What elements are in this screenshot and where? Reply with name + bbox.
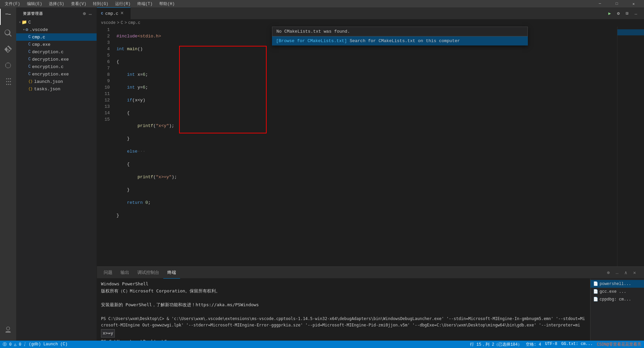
code-editor[interactable]: 1 2 3 4 5 6 7 8 9 10 11 12 13 14 15 #inc… — [97, 27, 644, 266]
breadcrumb-cmpc[interactable]: cmp.c — [128, 21, 140, 25]
activity-search[interactable] — [0, 25, 16, 41]
tree-file-decrexe[interactable]: C decryption.exe — [16, 56, 97, 63]
terminal-gcc-label: gcc.exe ... — [600, 289, 626, 294]
breadcrumb: vscode > C > cmp.c — [97, 19, 644, 27]
tab-debug-console[interactable]: 调试控制台 — [133, 267, 163, 279]
minimize-button[interactable]: ─ — [592, 0, 608, 7]
terminal-entry-cppdbg[interactable]: 📄 cppdbg: cm... — [590, 295, 644, 303]
terminal-entry-powershell[interactable]: 📄 powershell... — [590, 280, 644, 288]
c-file-icon: C — [28, 35, 31, 39]
activity-explorer[interactable] — [0, 9, 16, 25]
terminal-content[interactable]: Windows PowerShell 版权所有（C）Microsoft Corp… — [97, 279, 590, 341]
menu-run[interactable]: 运行(R) — [113, 0, 133, 7]
menu-help[interactable]: 帮助(H) — [157, 0, 177, 7]
tree-vscode-label: .vscode — [30, 27, 48, 32]
cmake-browse-bar[interactable]: [Browse for CMakeLists.txt] Search for C… — [272, 36, 528, 45]
terminal-line-3 — [101, 295, 586, 302]
status-errors[interactable]: ⓪ 0 △ 0 — [3, 342, 21, 347]
tab-output[interactable]: 输出 — [116, 267, 133, 279]
breadcrumb-vscode[interactable]: vscode — [101, 21, 115, 25]
split-editor-icon[interactable]: ⊡ — [623, 9, 631, 18]
close-button[interactable]: ✕ — [626, 0, 641, 7]
activity-extensions[interactable] — [0, 73, 16, 90]
c-decrc-icon: C — [28, 50, 31, 54]
status-cursor[interactable]: 行 15，列 2（已选择184） — [470, 342, 522, 347]
breadcrumb-sep1: > — [117, 21, 119, 25]
tree-file-launch-label: launch.json — [34, 79, 63, 84]
ellipsis-icon[interactable]: … — [632, 9, 640, 18]
bottom-panel: 问题 输出 调试控制台 终端 ⊕ … ∧ ✕ — [97, 266, 644, 341]
new-folder-icon[interactable]: … — [88, 10, 93, 17]
tree-file-encrexe-label: encryption.exe — [32, 72, 69, 77]
terminal-line-1: Windows PowerShell — [101, 281, 586, 288]
tree-file-decrexe-label: decryption.exe — [32, 57, 69, 62]
menu-edit[interactable]: 编辑(E) — [25, 0, 44, 7]
terminal-ps-icon: 📄 — [593, 281, 598, 286]
new-file-icon[interactable]: ⊕ — [82, 10, 87, 17]
status-filetype[interactable]: GG.txt: cm... — [561, 342, 593, 347]
settings-icon[interactable]: ⚙ — [614, 9, 622, 18]
menu-file[interactable]: 文件(F) — [3, 0, 22, 7]
tree-root-c[interactable]: ▾ 📁 C — [16, 19, 97, 26]
cmake-browse-desc: Search for CMakeLists.txt on this comput… — [350, 38, 460, 43]
tree-file-tasks[interactable]: {} tasks.json — [16, 85, 97, 93]
folder-vscode-icon: ⚙ — [26, 27, 28, 32]
minimap-highlight — [617, 29, 644, 35]
tab-close-button[interactable]: × — [121, 11, 124, 16]
tab-cmp[interactable]: C cmp.c × — [97, 7, 131, 19]
status-debug[interactable]: ⎷ (gdb) Launch (C) — [24, 342, 67, 347]
panel-close-icon[interactable]: ✕ — [631, 268, 639, 277]
chevron-down-icon: ▾ — [19, 20, 21, 24]
window-controls: ─ □ ✕ — [592, 0, 641, 7]
tab-terminal[interactable]: 终端 — [163, 267, 180, 279]
debug-toolbar: ▶ ⚙ ⊡ … — [603, 7, 644, 19]
tree-file-launch[interactable]: {} launch.json — [16, 78, 97, 85]
activity-debug[interactable] — [0, 57, 16, 73]
status-encoding[interactable]: UTF-8 — [545, 342, 557, 347]
activity-git[interactable] — [0, 41, 16, 57]
tab-bar: C cmp.c × — [97, 7, 603, 19]
terminal-entry-gcc[interactable]: 📄 gcc.exe ... — [590, 288, 644, 295]
terminal-ps-label: powershell... — [600, 282, 631, 286]
status-spaces[interactable]: 空格: 4 — [526, 342, 541, 347]
exe-decr-icon: C — [28, 57, 31, 62]
tree-file-tasks-label: tasks.json — [34, 87, 60, 92]
terminal-gcc-icon: 📄 — [593, 289, 598, 294]
tree-file-cmpc[interactable]: C cmp.c — [16, 33, 97, 41]
tree-file-encrexe[interactable]: C encryption.exe — [16, 70, 97, 78]
maximize-button[interactable]: □ — [609, 0, 624, 7]
status-bar: ⓪ 0 △ 0 ⎷ (gdb) Launch (C) 行 15，列 2（已选择1… — [0, 341, 644, 348]
run-icon[interactable]: ▶ — [606, 9, 614, 18]
tree-file-cmpc-label: cmp.c — [32, 35, 45, 40]
tree-file-decrc[interactable]: C decryption.c — [16, 48, 97, 56]
panel-more-icon[interactable]: … — [613, 268, 621, 277]
exe-encr-icon: C — [28, 72, 31, 76]
title-bar: 文件(F) 编辑(E) 选择(S) 查看(V) 转到(G) 运行(R) 终端(T… — [0, 0, 644, 7]
cmake-browse-link[interactable]: [Browse for CMakeLists.txt] — [276, 38, 347, 43]
code-content[interactable]: #include<stdio.h> int main() { int x=6; … — [114, 27, 617, 266]
breadcrumb-c[interactable]: C — [121, 21, 123, 25]
terminal-line-5 — [101, 309, 586, 316]
menu-bar[interactable]: 文件(F) 编辑(E) 选择(S) 查看(V) 转到(G) 运行(R) 终端(T… — [3, 0, 177, 7]
panel-up-icon[interactable]: ∧ — [622, 268, 630, 277]
tab-problems[interactable]: 问题 — [100, 267, 116, 279]
cmake-not-found-bar: No CMakeLists.txt was found. — [272, 27, 528, 36]
panel-main: Windows PowerShell 版权所有（C）Microsoft Corp… — [97, 279, 644, 341]
menu-terminal[interactable]: 终端(T) — [135, 0, 155, 7]
tree-file-cmpexe[interactable]: C cmp.exe — [16, 41, 97, 48]
menu-view[interactable]: 查看(V) — [69, 0, 89, 7]
sidebar-title: 资源管理器 — [23, 11, 43, 16]
tree-vscode[interactable]: ▾ ⚙ .vscode — [16, 26, 97, 33]
breadcrumb-sep2: > — [125, 21, 127, 25]
activity-account[interactable] — [0, 322, 16, 338]
tree-file-encrc-label: encryption.c — [32, 64, 64, 69]
status-csdn[interactable]: CSDN@零里看花花里看亮 — [597, 342, 641, 347]
tree-file-encrc[interactable]: C encryption.c — [16, 63, 97, 70]
menu-goto[interactable]: 转到(G) — [91, 0, 110, 7]
menu-select[interactable]: 选择(S) — [47, 0, 66, 7]
cmake-not-found-text: No CMakeLists.txt was found. — [276, 29, 350, 34]
tree-file-cmpexe-label: cmp.exe — [32, 42, 50, 47]
tab-c-icon: C — [101, 11, 103, 15]
panel-add-icon[interactable]: ⊕ — [604, 268, 612, 277]
terminal-highlighted-output: x>=y — [101, 329, 115, 338]
